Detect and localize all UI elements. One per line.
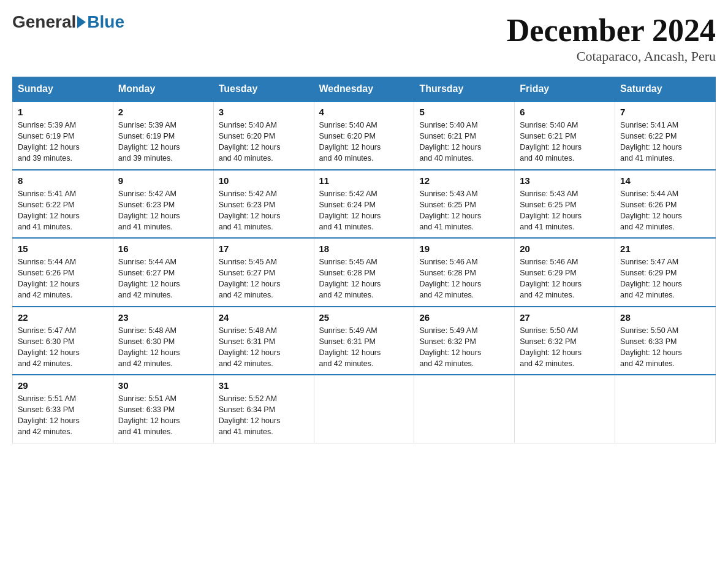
logo-blue-text: Blue (87, 12, 124, 32)
calendar-week-row: 15 Sunrise: 5:44 AMSunset: 6:26 PMDaylig… (13, 238, 716, 307)
column-header-thursday: Thursday (414, 77, 515, 102)
day-info: Sunrise: 5:42 AMSunset: 6:24 PMDaylight:… (319, 190, 381, 231)
day-info: Sunrise: 5:48 AMSunset: 6:30 PMDaylight:… (118, 326, 180, 368)
day-number: 20 (520, 243, 610, 254)
day-info: Sunrise: 5:46 AMSunset: 6:29 PMDaylight:… (520, 258, 582, 299)
calendar-cell: 9 Sunrise: 5:42 AMSunset: 6:23 PMDayligh… (113, 170, 213, 239)
day-number: 27 (520, 312, 610, 323)
calendar-cell: 17 Sunrise: 5:45 AMSunset: 6:27 PMDaylig… (213, 238, 314, 307)
calendar-cell: 23 Sunrise: 5:48 AMSunset: 6:30 PMDaylig… (113, 307, 213, 375)
calendar-cell: 7 Sunrise: 5:41 AMSunset: 6:22 PMDayligh… (615, 101, 716, 170)
page-header: General Blue December 2024 Cotaparaco, A… (12, 12, 716, 64)
day-number: 13 (520, 175, 610, 186)
calendar-cell: 6 Sunrise: 5:40 AMSunset: 6:21 PMDayligh… (515, 101, 615, 170)
day-info: Sunrise: 5:43 AMSunset: 6:25 PMDaylight:… (520, 190, 582, 231)
day-number: 5 (419, 107, 509, 117)
day-info: Sunrise: 5:50 AMSunset: 6:33 PMDaylight:… (620, 326, 682, 368)
calendar-cell: 5 Sunrise: 5:40 AMSunset: 6:21 PMDayligh… (414, 101, 515, 170)
calendar-cell (515, 375, 615, 443)
day-number: 21 (620, 243, 710, 254)
day-number: 25 (319, 312, 409, 323)
day-info: Sunrise: 5:43 AMSunset: 6:25 PMDaylight:… (419, 190, 481, 231)
day-number: 4 (319, 107, 409, 117)
day-info: Sunrise: 5:41 AMSunset: 6:22 PMDaylight:… (620, 121, 682, 163)
logo: General Blue (12, 12, 124, 32)
calendar-cell: 29 Sunrise: 5:51 AMSunset: 6:33 PMDaylig… (13, 375, 113, 443)
column-header-saturday: Saturday (615, 77, 716, 102)
day-number: 3 (219, 107, 309, 117)
calendar-cell (414, 375, 515, 443)
calendar-cell: 25 Sunrise: 5:49 AMSunset: 6:31 PMDaylig… (314, 307, 414, 375)
column-header-friday: Friday (515, 77, 615, 102)
day-info: Sunrise: 5:50 AMSunset: 6:32 PMDaylight:… (520, 326, 582, 368)
day-number: 9 (118, 175, 208, 186)
calendar-cell: 15 Sunrise: 5:44 AMSunset: 6:26 PMDaylig… (13, 238, 113, 307)
day-info: Sunrise: 5:48 AMSunset: 6:31 PMDaylight:… (219, 326, 281, 368)
calendar-cell: 14 Sunrise: 5:44 AMSunset: 6:26 PMDaylig… (615, 170, 716, 239)
day-number: 24 (219, 312, 309, 323)
day-info: Sunrise: 5:49 AMSunset: 6:31 PMDaylight:… (319, 326, 381, 368)
day-number: 7 (620, 107, 710, 117)
day-info: Sunrise: 5:40 AMSunset: 6:21 PMDaylight:… (520, 121, 582, 163)
day-info: Sunrise: 5:42 AMSunset: 6:23 PMDaylight:… (219, 190, 281, 231)
day-number: 1 (18, 107, 108, 117)
calendar-cell: 21 Sunrise: 5:47 AMSunset: 6:29 PMDaylig… (615, 238, 716, 307)
day-number: 12 (419, 175, 509, 186)
day-info: Sunrise: 5:40 AMSunset: 6:20 PMDaylight:… (319, 121, 381, 163)
day-info: Sunrise: 5:51 AMSunset: 6:33 PMDaylight:… (18, 394, 80, 436)
day-info: Sunrise: 5:39 AMSunset: 6:19 PMDaylight:… (18, 121, 80, 163)
calendar-week-row: 29 Sunrise: 5:51 AMSunset: 6:33 PMDaylig… (13, 375, 716, 443)
calendar-cell (615, 375, 716, 443)
logo-general-text: General (12, 12, 76, 32)
day-number: 10 (219, 175, 309, 186)
calendar-cell: 26 Sunrise: 5:49 AMSunset: 6:32 PMDaylig… (414, 307, 515, 375)
column-header-wednesday: Wednesday (314, 77, 414, 102)
calendar-cell: 30 Sunrise: 5:51 AMSunset: 6:33 PMDaylig… (113, 375, 213, 443)
calendar-cell: 10 Sunrise: 5:42 AMSunset: 6:23 PMDaylig… (213, 170, 314, 239)
column-header-sunday: Sunday (13, 77, 113, 102)
day-info: Sunrise: 5:40 AMSunset: 6:21 PMDaylight:… (419, 121, 481, 163)
calendar-cell (314, 375, 414, 443)
calendar-title: December 2024 (507, 12, 716, 48)
day-number: 19 (419, 243, 509, 254)
day-info: Sunrise: 5:52 AMSunset: 6:34 PMDaylight:… (219, 394, 281, 436)
calendar-cell: 2 Sunrise: 5:39 AMSunset: 6:19 PMDayligh… (113, 101, 213, 170)
calendar-subtitle: Cotaparaco, Ancash, Peru (507, 48, 716, 64)
day-number: 14 (620, 175, 710, 186)
calendar-cell: 3 Sunrise: 5:40 AMSunset: 6:20 PMDayligh… (213, 101, 314, 170)
calendar-cell: 1 Sunrise: 5:39 AMSunset: 6:19 PMDayligh… (13, 101, 113, 170)
day-info: Sunrise: 5:44 AMSunset: 6:26 PMDaylight:… (620, 190, 682, 231)
calendar-week-row: 1 Sunrise: 5:39 AMSunset: 6:19 PMDayligh… (13, 101, 716, 170)
calendar-cell: 8 Sunrise: 5:41 AMSunset: 6:22 PMDayligh… (13, 170, 113, 239)
day-info: Sunrise: 5:49 AMSunset: 6:32 PMDaylight:… (419, 326, 481, 368)
day-info: Sunrise: 5:44 AMSunset: 6:26 PMDaylight:… (18, 258, 80, 299)
day-number: 22 (18, 312, 108, 323)
calendar-table: SundayMondayTuesdayWednesdayThursdayFrid… (12, 77, 716, 443)
day-info: Sunrise: 5:47 AMSunset: 6:29 PMDaylight:… (620, 258, 682, 299)
day-info: Sunrise: 5:39 AMSunset: 6:19 PMDaylight:… (118, 121, 180, 163)
day-number: 2 (118, 107, 208, 117)
day-number: 11 (319, 175, 409, 186)
calendar-cell: 19 Sunrise: 5:46 AMSunset: 6:28 PMDaylig… (414, 238, 515, 307)
day-info: Sunrise: 5:42 AMSunset: 6:23 PMDaylight:… (118, 190, 180, 231)
day-number: 15 (18, 243, 108, 254)
day-info: Sunrise: 5:45 AMSunset: 6:28 PMDaylight:… (319, 258, 381, 299)
day-number: 31 (219, 380, 309, 391)
logo-arrow-icon (77, 16, 86, 28)
day-info: Sunrise: 5:51 AMSunset: 6:33 PMDaylight:… (118, 394, 180, 436)
day-info: Sunrise: 5:46 AMSunset: 6:28 PMDaylight:… (419, 258, 481, 299)
calendar-cell: 11 Sunrise: 5:42 AMSunset: 6:24 PMDaylig… (314, 170, 414, 239)
title-area: December 2024 Cotaparaco, Ancash, Peru (507, 12, 716, 64)
calendar-cell: 12 Sunrise: 5:43 AMSunset: 6:25 PMDaylig… (414, 170, 515, 239)
calendar-cell: 27 Sunrise: 5:50 AMSunset: 6:32 PMDaylig… (515, 307, 615, 375)
column-header-monday: Monday (113, 77, 213, 102)
calendar-cell: 28 Sunrise: 5:50 AMSunset: 6:33 PMDaylig… (615, 307, 716, 375)
calendar-cell: 22 Sunrise: 5:47 AMSunset: 6:30 PMDaylig… (13, 307, 113, 375)
day-number: 8 (18, 175, 108, 186)
day-number: 18 (319, 243, 409, 254)
calendar-header-row: SundayMondayTuesdayWednesdayThursdayFrid… (13, 77, 716, 102)
calendar-cell: 31 Sunrise: 5:52 AMSunset: 6:34 PMDaylig… (213, 375, 314, 443)
day-number: 29 (18, 380, 108, 391)
day-number: 16 (118, 243, 208, 254)
calendar-cell: 16 Sunrise: 5:44 AMSunset: 6:27 PMDaylig… (113, 238, 213, 307)
